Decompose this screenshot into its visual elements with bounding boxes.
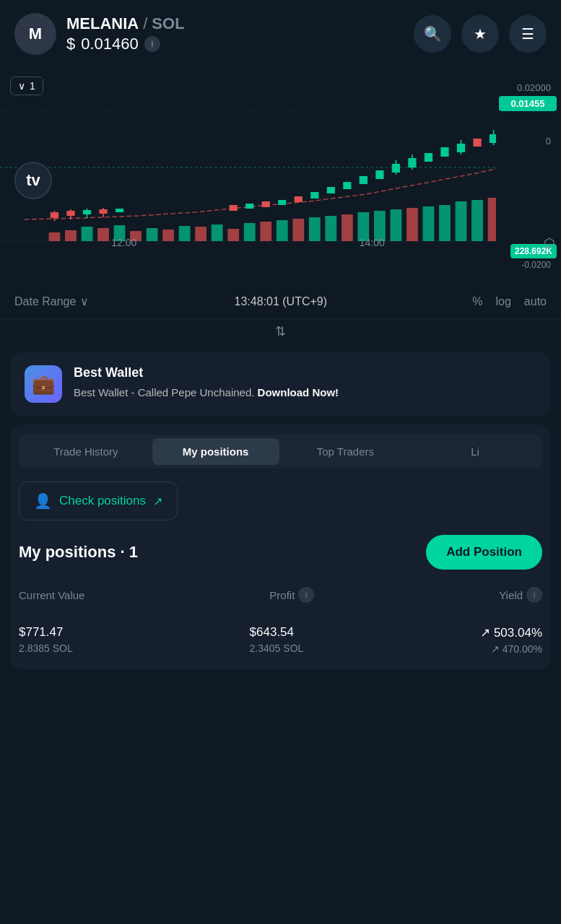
chart-dropdown[interactable]: ∨ 1	[10, 77, 43, 95]
token-info: MELANIA / SOL $ 0.01460 i	[66, 14, 404, 53]
favorite-button[interactable]: ★	[461, 15, 499, 53]
cell-current-value: $771.47 2.8385 SOL	[19, 625, 73, 655]
cell-yield: ↗ 503.04% ↗ 470.00%	[480, 625, 542, 655]
svg-rect-50	[360, 176, 368, 184]
positions-header: My positions · 1 Add Position	[19, 535, 542, 570]
chart-settings-icon[interactable]: ⬡	[544, 235, 555, 251]
tab-trade-history[interactable]: Trade History	[22, 438, 149, 465]
date-bar: Date Range ∨ 13:48:01 (UTC+9) % log auto	[0, 284, 561, 319]
positions-table: Current Value Profit i Yield i $771.47 2…	[19, 587, 542, 655]
col-profit: Profit i	[269, 587, 314, 603]
user-icon: 👤	[34, 492, 52, 510]
chart-svg	[0, 68, 561, 284]
tabs-row: Trade History My positions Top Traders L…	[19, 435, 542, 468]
svg-rect-56	[425, 153, 432, 162]
svg-rect-46	[295, 196, 303, 202]
date-time-display: 13:48:01 (UTC+9)	[235, 295, 328, 308]
svg-rect-28	[439, 205, 451, 241]
chart-area: ∨ 1	[0, 68, 561, 284]
tabs-section: Trade History My positions Top Traders L…	[10, 424, 551, 669]
menu-button[interactable]: ☰	[509, 15, 547, 53]
ad-banner[interactable]: 💼 Best Wallet Best Wallet - Called Pepe …	[10, 352, 551, 416]
check-positions-label: Check positions	[59, 494, 146, 508]
date-range-button[interactable]: Date Range ∨	[14, 295, 89, 308]
avatar: M	[14, 13, 56, 55]
auto-option[interactable]: auto	[524, 295, 547, 308]
tradingview-logo: tv	[14, 162, 52, 199]
tab-top-traders[interactable]: Top Traders	[282, 438, 409, 465]
time-label-2: 14:00	[360, 237, 385, 248]
svg-rect-51	[375, 170, 383, 179]
ad-title: Best Wallet	[74, 365, 339, 380]
col-yield: Yield i	[499, 587, 542, 603]
positions-title: My positions · 1	[19, 543, 138, 562]
chart-resize-handle[interactable]: ⇅	[0, 319, 561, 344]
svg-rect-45	[278, 200, 286, 205]
check-positions-button[interactable]: 👤 Check positions ↗	[19, 481, 178, 520]
ad-body: Best Wallet - Called Pepe Unchained. Dow…	[74, 385, 339, 400]
svg-rect-48	[327, 187, 335, 193]
token-name: MELANIA / SOL	[66, 14, 404, 33]
token-price: $ 0.01460 i	[66, 35, 404, 53]
search-button[interactable]: 🔍	[414, 15, 451, 53]
time-label-1: 12:00	[111, 237, 136, 248]
price-info-icon[interactable]: i	[144, 36, 160, 52]
price-high-label: 0.02000	[499, 82, 557, 93]
cell-profit: $643.54 2.3405 SOL	[250, 625, 304, 655]
svg-rect-30	[471, 200, 483, 241]
svg-rect-60	[473, 139, 481, 147]
ad-text: Best Wallet Best Wallet - Called Pepe Un…	[74, 365, 339, 400]
zero-label: 0	[499, 136, 557, 147]
svg-rect-47	[310, 192, 318, 199]
table-row: $771.47 2.8385 SOL $643.54 2.3405 SOL ↗ …	[19, 612, 542, 655]
time-labels: 12:00 14:00	[0, 237, 496, 248]
add-position-button[interactable]: Add Position	[426, 535, 542, 570]
yield-info-icon[interactable]: i	[526, 587, 542, 603]
negative-label: -0.0200	[521, 260, 557, 270]
chart-right-labels: 0.02000 0.01455 0 228.692K -0.0200	[496, 68, 561, 284]
svg-rect-57	[440, 147, 448, 157]
svg-rect-29	[456, 201, 467, 241]
svg-rect-42	[230, 205, 238, 211]
col-current-value: Current Value	[19, 587, 84, 603]
external-link-icon: ↗	[153, 494, 162, 508]
tab-li[interactable]: Li	[412, 438, 539, 465]
header-icons: 🔍 ★ ☰	[414, 15, 547, 53]
svg-rect-41	[116, 209, 123, 212]
chart-options: % log auto	[472, 295, 547, 308]
current-price-label: 0.01455	[499, 96, 557, 111]
table-header: Current Value Profit i Yield i	[19, 587, 542, 612]
svg-rect-49	[343, 182, 351, 189]
tab-my-positions[interactable]: My positions	[152, 438, 279, 465]
percent-option[interactable]: %	[472, 295, 482, 308]
ad-logo: 💼	[25, 365, 62, 403]
svg-rect-44	[262, 201, 270, 207]
svg-rect-27	[423, 206, 435, 241]
svg-rect-43	[245, 204, 253, 209]
profit-info-icon[interactable]: i	[298, 587, 314, 603]
log-option[interactable]: log	[495, 295, 510, 308]
app-header: M MELANIA / SOL $ 0.01460 i 🔍 ★ ☰	[0, 0, 561, 68]
